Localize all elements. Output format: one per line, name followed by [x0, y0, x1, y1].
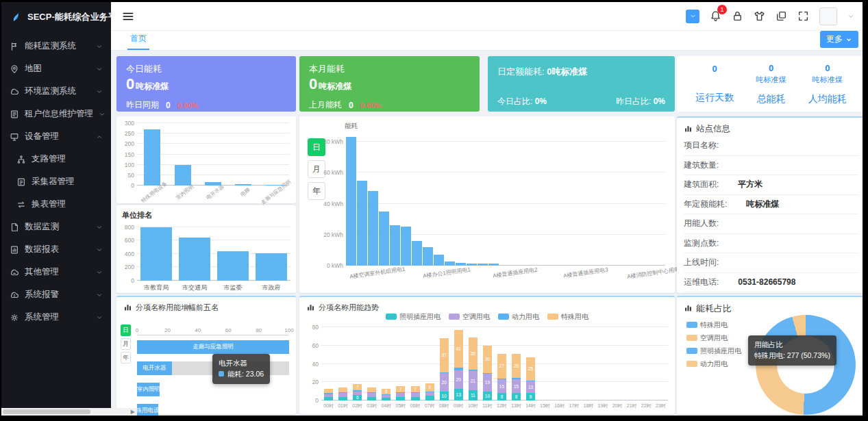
stack-segment[interactable]: 26 [512, 354, 521, 378]
sidebar-item-1[interactable]: 能耗监测系统 [1, 35, 111, 58]
stack-segment[interactable] [367, 393, 376, 396]
legend-item-动力用电[interactable]: 动力用电 [498, 312, 539, 322]
toggle-年[interactable]: 年 [121, 352, 131, 363]
stack-segment[interactable] [382, 398, 390, 400]
chevron-down-icon[interactable] [847, 13, 854, 20]
stack-segment[interactable] [382, 395, 390, 398]
bar[interactable] [368, 191, 378, 266]
bar[interactable] [456, 263, 466, 266]
sidebar-item-7[interactable]: 数据报表 [1, 238, 111, 261]
stack-segment[interactable] [338, 392, 347, 393]
toggle-日[interactable]: 日 [308, 138, 325, 156]
stack-segment[interactable] [382, 394, 390, 395]
stack-segment[interactable] [324, 394, 333, 397]
bar[interactable] [434, 255, 444, 266]
stack-segment[interactable] [324, 393, 333, 394]
stack-segment[interactable]: 21 [469, 371, 478, 390]
legend-item-空调用电[interactable]: 空调用电 [686, 333, 741, 343]
bar[interactable] [179, 238, 210, 281]
bar[interactable] [401, 227, 411, 266]
stack-segment[interactable]: 10 [440, 392, 449, 400]
stack-segment[interactable]: 27 [497, 354, 506, 379]
sidebar-subitem-支路管理[interactable]: 支路管理 [1, 148, 111, 170]
scrollbar-arrow-icon[interactable]: ▶ [131, 409, 135, 415]
stack-segment[interactable]: 41 [454, 330, 463, 368]
stack-segment[interactable] [512, 378, 521, 380]
bar[interactable] [357, 181, 367, 266]
stack-segment[interactable] [411, 392, 420, 393]
stack-segment[interactable]: 13 [454, 389, 463, 400]
bar[interactable] [175, 165, 191, 186]
stack-segment[interactable]: 37 [440, 338, 449, 372]
stack-segment[interactable]: 8 [512, 393, 521, 400]
sidebar-item-9[interactable]: 系统报警 [1, 283, 111, 306]
stack-segment[interactable]: 7 [411, 386, 420, 392]
bar[interactable] [445, 261, 455, 266]
stack-segment[interactable] [454, 368, 463, 370]
stack-segment[interactable] [425, 392, 434, 396]
stack-segment[interactable] [396, 392, 405, 393]
stack-segment[interactable] [367, 397, 376, 400]
scrollbar-thumb[interactable] [3, 409, 90, 414]
stack-segment[interactable] [526, 381, 535, 381]
bar[interactable] [478, 264, 488, 266]
stack-segment[interactable]: 10 [483, 392, 492, 400]
toggle-月[interactable]: 月 [308, 160, 325, 178]
stack-segment[interactable] [469, 370, 478, 372]
bar[interactable] [423, 247, 433, 266]
toggle-年[interactable]: 年 [308, 182, 325, 200]
sidebar-subitem-采集器管理[interactable]: 采集器管理 [1, 170, 111, 193]
toggle-月[interactable]: 月 [121, 338, 131, 350]
legend-item-空调用电[interactable]: 空调用电 [449, 312, 490, 322]
more-button[interactable]: 更多 [820, 31, 858, 48]
stack-segment[interactable] [324, 389, 333, 394]
sidebar-item-3[interactable]: 环境监测系统 [1, 80, 111, 103]
legend-item-照明插座用电[interactable]: 照明插座用电 [386, 312, 441, 322]
bar[interactable] [412, 241, 422, 266]
stack-segment[interactable] [367, 387, 376, 392]
bar[interactable] [256, 253, 287, 281]
stack-segment[interactable]: 30 [483, 346, 492, 373]
bar[interactable] [390, 225, 400, 266]
stack-segment[interactable]: 20 [440, 373, 449, 392]
stack-segment[interactable]: 25 [526, 357, 535, 380]
stack-segment[interactable]: 20 [454, 370, 463, 389]
stack-segment[interactable] [411, 393, 420, 396]
layers-icon[interactable] [776, 10, 787, 22]
sidebar-item-2[interactable]: 地图 [1, 58, 111, 80]
stack-segment[interactable] [440, 372, 449, 373]
stack-segment[interactable]: 19 [483, 374, 492, 391]
stack-segment[interactable] [324, 397, 333, 400]
sidebar-item-10[interactable]: 系统管理 [1, 306, 111, 329]
stack-segment[interactable] [353, 390, 362, 391]
stack-segment[interactable] [367, 392, 376, 393]
stack-segment[interactable]: 8 [526, 393, 535, 400]
lock-icon[interactable] [732, 10, 743, 22]
toggle-日[interactable]: 日 [121, 324, 131, 336]
bar[interactable]: 走廊与应急照明 [137, 340, 289, 354]
legend-item-照明插座用电[interactable]: 照明插座用电 [686, 346, 741, 356]
stack-segment[interactable]: 15 [512, 379, 521, 393]
stack-segment[interactable]: 15 [497, 379, 506, 393]
notification-bell-icon[interactable]: 1 [710, 10, 721, 22]
bar[interactable] [140, 227, 172, 281]
stack-segment[interactable]: 6 [382, 389, 390, 394]
hamburger-menu-icon[interactable] [122, 10, 134, 23]
stack-segment[interactable] [497, 379, 506, 379]
user-avatar[interactable] [819, 8, 837, 25]
stack-segment[interactable] [411, 397, 420, 400]
stack-segment[interactable] [425, 392, 434, 392]
tab-home[interactable]: 首页 [127, 33, 149, 50]
stack-segment[interactable] [396, 397, 405, 400]
sidebar-subitem-换表管理[interactable]: 换表管理 [1, 193, 111, 216]
stack-segment[interactable] [338, 387, 347, 392]
legend-item-特殊用电[interactable]: 特殊用电 [547, 312, 588, 322]
stack-segment[interactable] [396, 393, 405, 396]
sidebar-item-5[interactable]: 设备管理 [1, 125, 111, 148]
stack-segment[interactable] [483, 373, 492, 374]
stack-segment[interactable]: 6 [353, 395, 362, 400]
bar[interactable] [346, 137, 356, 266]
stack-segment[interactable]: 9 [425, 383, 434, 392]
bar[interactable] [379, 212, 389, 266]
horizontal-scrollbar[interactable]: ▶ [1, 408, 137, 416]
